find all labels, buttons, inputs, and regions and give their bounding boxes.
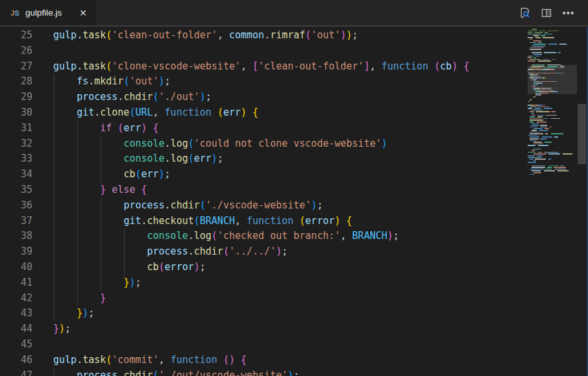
minimap-row — [528, 152, 577, 153]
code-line[interactable]: 43 }); — [0, 306, 578, 321]
line-number[interactable]: 46 — [0, 353, 32, 368]
minimap-row — [528, 105, 577, 106]
indent-guide — [54, 74, 55, 90]
split-editor-button[interactable] — [539, 5, 554, 21]
line-number[interactable]: 29 — [0, 90, 32, 105]
code-text: process.chdir('./out'); — [53, 90, 212, 105]
minimap-row — [528, 145, 577, 146]
line-number[interactable]: 39 — [0, 244, 32, 260]
line-number[interactable]: 26 — [0, 44, 32, 59]
code-text: gulp.task('clean-out-folder', common.rim… — [53, 28, 358, 44]
code-line[interactable]: 26 — [0, 44, 578, 59]
minimap-row — [528, 125, 577, 126]
indent-guide — [54, 182, 55, 198]
line-number[interactable]: 35 — [0, 182, 32, 198]
code-line[interactable]: 32 console.log('could not clone vscode-w… — [0, 136, 578, 152]
code-line[interactable]: 39 process.chdir('../../'); — [0, 244, 578, 260]
line-number[interactable]: 27 — [0, 59, 32, 75]
line-number[interactable]: 40 — [0, 260, 32, 275]
vertical-scrollbar[interactable] — [577, 27, 587, 376]
scrollbar-slider[interactable] — [578, 104, 586, 164]
more-actions-button[interactable]: ••• — [561, 5, 576, 21]
code-line[interactable]: 30 git.clone(URL, function (err) { — [0, 105, 578, 121]
code-editor[interactable]: 25gulp.task('clean-out-folder', common.r… — [0, 28, 578, 376]
minimap-row — [528, 132, 577, 133]
code-line[interactable]: 40 cb(error); — [0, 260, 578, 275]
minimap-row — [528, 167, 577, 168]
line-number[interactable]: 34 — [0, 167, 32, 182]
line-number[interactable]: 47 — [0, 368, 32, 376]
code-line[interactable]: 38 console.log('checked out branch:', BR… — [0, 229, 578, 244]
minimap[interactable] — [528, 27, 577, 376]
minimap-row — [528, 164, 577, 165]
code-line[interactable]: 35 } else { — [0, 182, 578, 198]
tab-gulpfile[interactable]: JS gulpfile.js ✕ — [0, 0, 96, 25]
code-line[interactable]: 25gulp.task('clean-out-folder', common.r… — [0, 28, 578, 44]
indent-guide — [77, 182, 78, 198]
minimap-row — [528, 155, 577, 157]
line-number[interactable]: 42 — [0, 291, 32, 307]
indent-guide — [54, 291, 55, 307]
minimap-row — [528, 113, 577, 114]
line-number[interactable]: 33 — [0, 151, 32, 167]
line-number[interactable]: 41 — [0, 275, 32, 291]
line-number[interactable]: 30 — [0, 105, 32, 121]
minimap-slider[interactable] — [528, 65, 577, 94]
minimap-row — [528, 32, 577, 33]
line-number[interactable]: 43 — [0, 306, 32, 321]
code-line[interactable]: 33 console.log(err); — [0, 151, 578, 167]
minimap-row — [528, 138, 577, 140]
code-line[interactable]: 37 git.checkout(BRANCH, function (error)… — [0, 214, 578, 229]
minimap-row — [528, 29, 577, 30]
indent-guide — [77, 275, 78, 291]
indent-guide — [54, 244, 55, 260]
line-number[interactable]: 37 — [0, 214, 32, 229]
code-line[interactable]: 46gulp.task('commit', function () { — [0, 353, 578, 368]
close-icon[interactable]: ✕ — [77, 6, 90, 19]
code-line[interactable]: 44}); — [0, 321, 578, 337]
line-number[interactable]: 45 — [0, 337, 32, 353]
open-preview-button[interactable] — [517, 5, 532, 21]
indent-guide — [54, 275, 55, 291]
minimap-row — [528, 160, 577, 162]
indent-guide — [77, 198, 78, 214]
minimap-row — [528, 174, 577, 175]
code-text: fs.mkdir('out'); — [53, 74, 171, 90]
indent-guide — [77, 121, 78, 136]
minimap-row — [528, 59, 577, 60]
code-line[interactable]: 31 if (err) { — [0, 121, 578, 136]
editor-actions: ••• — [517, 0, 588, 25]
indent-guide — [54, 306, 55, 321]
line-number[interactable]: 44 — [0, 321, 32, 337]
line-number[interactable]: 28 — [0, 74, 32, 90]
line-number[interactable]: 36 — [0, 198, 32, 214]
minimap-row — [528, 56, 577, 57]
code-line[interactable]: 42 } — [0, 291, 578, 307]
indent-guide — [77, 151, 78, 167]
line-number[interactable]: 25 — [0, 28, 32, 44]
indent-guide — [124, 229, 125, 244]
code-text: console.log('could not clone vscode-webs… — [53, 136, 387, 152]
code-line[interactable]: 36 process.chdir('./vscode-website'); — [0, 198, 578, 214]
code-line[interactable]: 34 cb(err); — [0, 167, 578, 182]
minimap-row — [528, 166, 577, 167]
line-number[interactable]: 38 — [0, 229, 32, 244]
code-text: process.chdir('../../'); — [53, 244, 288, 260]
line-number[interactable]: 32 — [0, 136, 32, 152]
code-line[interactable]: 45 — [0, 337, 578, 353]
code-line[interactable]: 28 fs.mkdir('out'); — [0, 74, 578, 90]
line-number[interactable]: 31 — [0, 121, 32, 136]
minimap-row — [528, 52, 577, 53]
code-line[interactable]: 41 }); — [0, 275, 578, 291]
minimap-row — [528, 170, 577, 171]
indent-guide — [101, 229, 101, 244]
code-line[interactable]: 47 process.chdir('./out/vscode-website')… — [0, 368, 578, 376]
minimap-row — [528, 40, 577, 42]
code-line[interactable]: 29 process.chdir('./out'); — [0, 90, 578, 105]
indent-guide — [54, 105, 55, 121]
code-line[interactable]: 27gulp.task('clone-vscode-website', ['cl… — [0, 59, 578, 75]
minimap-row — [528, 62, 577, 64]
minimap-row — [528, 115, 577, 116]
indent-guide — [124, 244, 125, 260]
minimap-row — [528, 111, 577, 112]
